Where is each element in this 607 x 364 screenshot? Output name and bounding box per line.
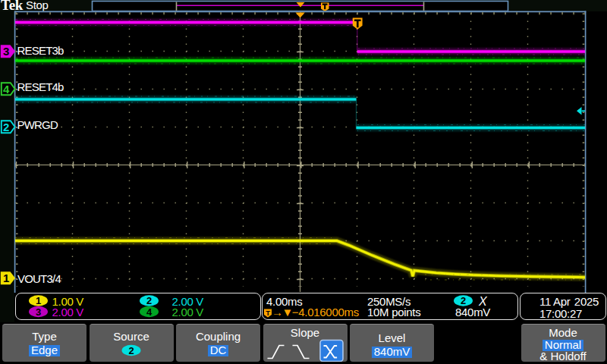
svg-text:4: 4 <box>146 306 153 318</box>
svg-text:3: 3 <box>36 306 41 318</box>
svg-text:1: 1 <box>36 295 41 306</box>
svg-text:2: 2 <box>128 345 134 356</box>
svg-text:2: 2 <box>146 295 152 306</box>
svg-text:T: T <box>266 309 270 317</box>
